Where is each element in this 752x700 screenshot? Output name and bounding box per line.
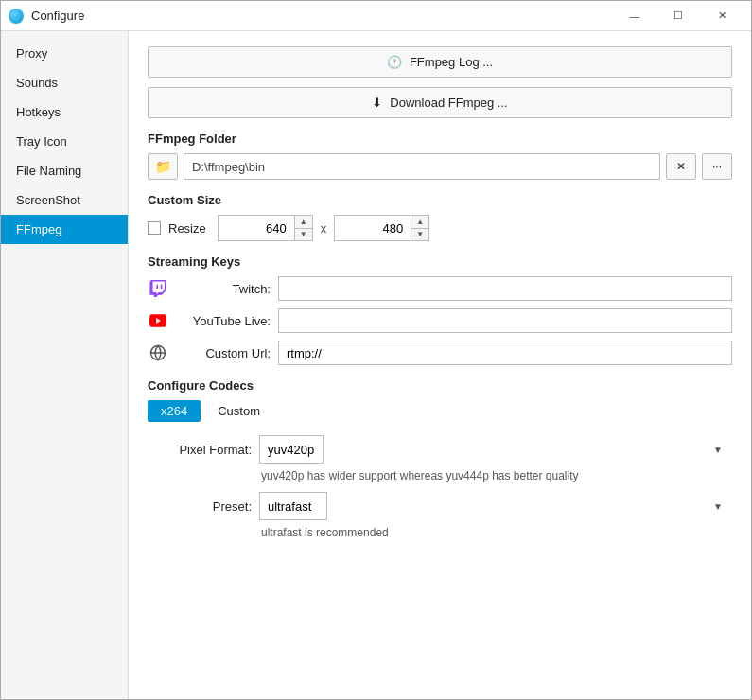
pixel-format-row: Pixel Format: yuv420p yuv444p [148,435,732,464]
tab-x264[interactable]: x264 [148,400,201,422]
more-options-button[interactable]: ··· [702,153,732,180]
youtube-label: YouTube Live: [176,314,271,328]
ffmpeg-folder-input[interactable] [184,153,660,180]
custom-url-input[interactable] [278,341,732,365]
ffmpeg-folder-label: FFmpeg Folder [148,131,732,146]
window-title: Configure [31,9,613,23]
sidebar-item-proxy[interactable]: Proxy [1,39,128,68]
folder-browse-button[interactable]: 📁 [148,153,178,180]
preset-label: Preset: [148,499,252,514]
window-controls: — ☐ ✕ [613,1,743,31]
twitch-icon [148,278,168,299]
width-decrement-button[interactable]: ▼ [295,229,312,241]
minimize-button[interactable]: — [613,1,656,31]
custom-size-row: Resize ▲ ▼ x ▲ ▼ [148,215,732,241]
resize-label: Resize [168,221,206,236]
codec-tabs: x264 Custom [148,400,732,422]
sidebar-item-ffmpeg[interactable]: FFmpeg [1,215,128,244]
pixel-format-label: Pixel Format: [148,443,252,457]
maximize-button[interactable]: ☐ [656,1,700,31]
pixel-format-hint: yuv420p has wider support whereas yuv444… [261,469,732,482]
history-icon: 🕐 [387,55,402,69]
download-ffmpeg-button[interactable]: ⬇ Download FFmpeg ... [148,87,732,118]
streaming-keys-section: Twitch: YouTube Live: [148,276,732,365]
pixel-format-select-wrapper: yuv420p yuv444p [259,435,732,464]
twitch-label: Twitch: [176,282,271,296]
preset-hint: ultrafast is recommended [261,526,732,539]
twitch-row: Twitch: [148,276,732,301]
tab-custom[interactable]: Custom [204,400,273,422]
height-increment-button[interactable]: ▲ [411,216,428,229]
height-spinbox: ▲ ▼ [334,215,429,241]
width-spin-buttons: ▲ ▼ [294,216,312,240]
content-area: Proxy Sounds Hotkeys Tray Icon File Nami… [1,31,751,699]
sidebar-item-tray-icon[interactable]: Tray Icon [1,127,128,156]
youtube-icon [148,310,168,331]
width-input[interactable] [219,216,294,240]
height-decrement-button[interactable]: ▼ [411,229,428,241]
x-separator: x [321,221,327,236]
clear-folder-button[interactable]: ✕ [666,153,696,180]
height-spin-buttons: ▲ ▼ [411,216,428,240]
preset-select-wrapper: ultrafast superfast veryfast faster fast… [259,492,732,520]
width-increment-button[interactable]: ▲ [295,216,312,229]
ffmpeg-log-button[interactable]: 🕐 FFmpeg Log ... [148,46,732,78]
streaming-keys-label: Streaming Keys [148,254,732,269]
ffmpeg-folder-row: 📁 ✕ ··· [148,153,732,180]
app-icon [9,9,24,24]
custom-url-row: Custom Url: [148,341,732,365]
youtube-row: YouTube Live: [148,308,732,333]
width-spinbox: ▲ ▼ [218,215,313,241]
pixel-format-select[interactable]: yuv420p yuv444p [259,435,324,464]
main-panel: 🕐 FFmpeg Log ... ⬇ Download FFmpeg ... F… [129,31,751,699]
youtube-input[interactable] [278,308,732,333]
sidebar-item-hotkeys[interactable]: Hotkeys [1,97,128,127]
configure-codecs-label: Configure Codecs [148,378,732,393]
preset-row: Preset: ultrafast superfast veryfast fas… [148,492,732,520]
ffmpeg-log-row: 🕐 FFmpeg Log ... [148,46,732,78]
sidebar-item-file-naming[interactable]: File Naming [1,156,128,185]
custom-size-label: Custom Size [148,193,732,207]
download-ffmpeg-row: ⬇ Download FFmpeg ... [148,87,732,118]
close-button[interactable]: ✕ [700,1,743,31]
configure-window: Configure — ☐ ✕ Proxy Sounds Hotkeys Tra… [0,0,752,700]
download-icon: ⬇ [372,96,382,110]
globe-icon [148,342,168,363]
resize-checkbox[interactable] [148,221,161,235]
sidebar-item-screenshot[interactable]: ScreenShot [1,185,128,215]
height-input[interactable] [335,216,411,240]
preset-select[interactable]: ultrafast superfast veryfast faster fast… [259,492,327,520]
custom-url-label: Custom Url: [176,346,271,360]
folder-icon: 📁 [155,159,171,174]
sidebar: Proxy Sounds Hotkeys Tray Icon File Nami… [1,31,129,699]
title-bar: Configure — ☐ ✕ [1,1,751,31]
sidebar-item-sounds[interactable]: Sounds [1,68,128,97]
twitch-input[interactable] [278,276,732,301]
